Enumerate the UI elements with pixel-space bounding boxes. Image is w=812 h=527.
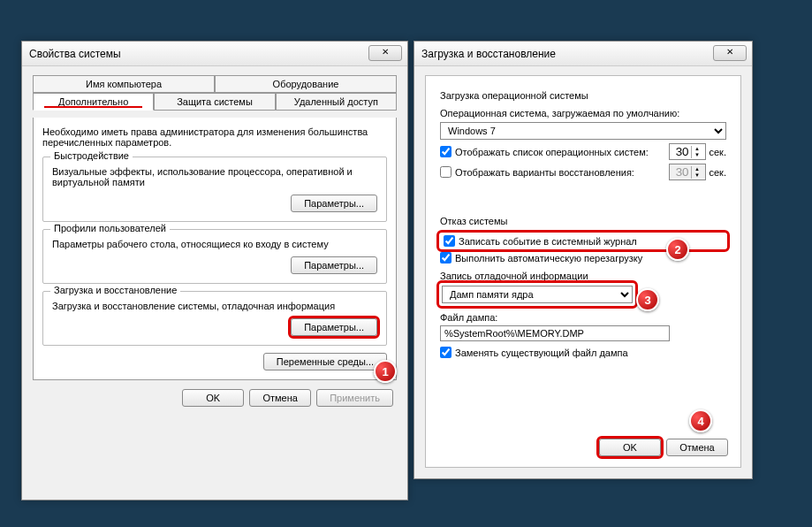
tab-remote[interactable]: Удаленный доступ [276,93,397,111]
tab-computer-name[interactable]: Имя компьютера [33,75,215,93]
profiles-title: Профили пользователей [50,223,170,233]
tab-hardware[interactable]: Оборудование [215,75,397,93]
ok-button-right[interactable]: OK [599,439,661,456]
apply-button-left[interactable]: Применить [316,389,393,407]
show-os-time-spinner[interactable]: ▲▼ [669,143,706,160]
titlebar-left: Свойства системы ✕ [22,42,407,66]
tab-advanced[interactable]: Дополнительно [33,93,154,111]
overwrite-checkbox[interactable] [440,347,452,358]
show-os-list-checkbox[interactable] [440,146,452,157]
startup-recovery-settings-button[interactable]: Параметры... [291,318,377,336]
ok-button-left[interactable]: OK [182,389,244,407]
dump-file-input[interactable] [440,325,670,341]
startup-recovery-title: Загрузка и восстановление [50,285,180,295]
marker-3: 3 [636,288,659,311]
close-button[interactable]: ✕ [368,45,402,61]
window-body-left: Имя компьютера Оборудование Дополнительн… [22,66,407,419]
marker-2: 2 [666,238,689,261]
show-recovery-time-input [670,164,691,179]
log-event-checkbox[interactable] [444,235,455,247]
tab-system-protection[interactable]: Защита системы [154,93,275,111]
performance-group: Быстродействие Визуальные эффекты, испол… [42,157,387,222]
startup-recovery-group: Загрузка и восстановление Загрузка и вос… [42,291,387,346]
overwrite-label: Заменять существующий файл дампа [455,348,628,358]
cancel-button-right[interactable]: Отмена [666,439,728,456]
log-event-label: Записать событие в системный журнал [459,236,637,247]
close-button-right[interactable]: ✕ [713,45,747,61]
window-title: Свойства системы [29,48,121,60]
profiles-text: Параметры рабочего стола, относящиеся ко… [52,239,377,249]
show-recovery-checkbox[interactable] [440,166,452,178]
marker-4: 4 [689,409,712,432]
default-os-select[interactable]: Windows 7 [440,122,726,140]
sec-label-2: сек. [710,167,727,178]
show-recovery-time-spinner: ▲▼ [669,164,706,180]
debug-info-label: Запись отладочной информации [440,271,726,281]
profiles-settings-button[interactable]: Параметры... [291,256,377,274]
startup-recovery-text: Загрузка и восстановление системы, отлад… [52,301,377,311]
titlebar-right: Загрузка и восстановление ✕ [414,42,752,66]
intro-text: Необходимо иметь права администратора дл… [42,126,387,148]
boot-section-title: Загрузка операционной системы [440,90,726,101]
performance-text: Визуальные эффекты, использование процес… [52,166,377,187]
dialog-buttons-left: OK Отмена Применить [33,380,397,410]
show-recovery-label: Отображать варианты восстановления: [455,167,665,178]
spinner-arrows-icon[interactable]: ▲▼ [691,146,703,158]
environment-variables-button[interactable]: Переменные среды... [263,353,387,370]
failure-section-title: Отказ системы [440,216,726,226]
tabstrip: Имя компьютера Оборудование Дополнительн… [33,75,397,111]
spinner-arrows-icon: ▲▼ [691,166,703,179]
show-os-list-label: Отображать список операционных систем: [455,147,665,157]
dump-file-label: Файл дампа: [440,312,726,323]
default-os-label: Операционная система, загружаемая по умо… [440,108,679,118]
window-title-right: Загрузка и восстановление [421,48,556,60]
show-os-time-input[interactable] [670,144,691,159]
sec-label-1: сек. [710,147,727,157]
performance-title: Быстродействие [50,150,133,161]
system-properties-window: Свойства системы ✕ Имя компьютера Оборуд… [21,41,408,500]
auto-restart-checkbox[interactable] [440,252,452,264]
auto-restart-label: Выполнить автоматическую перезагрузку [455,253,642,264]
dump-type-select[interactable]: Дамп памяти ядра [442,286,633,303]
tab-content: Необходимо иметь права администратора дл… [33,118,397,380]
profiles-group: Профили пользователей Параметры рабочего… [42,229,387,284]
cancel-button-left[interactable]: Отмена [249,389,311,407]
performance-settings-button[interactable]: Параметры... [291,195,377,212]
marker-1: 1 [374,360,397,383]
